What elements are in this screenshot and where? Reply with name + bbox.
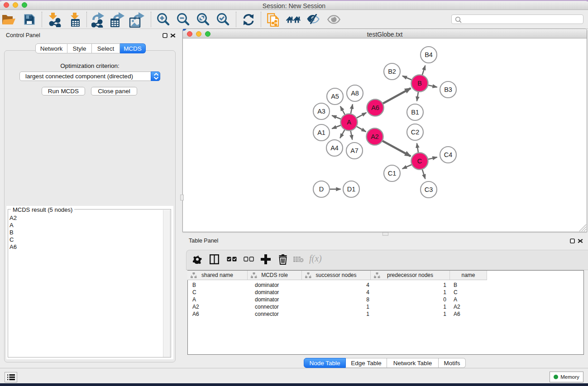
svg-text:A6: A6	[371, 104, 379, 111]
svg-text:B4: B4	[425, 51, 433, 58]
svg-text:C1: C1	[388, 170, 397, 177]
svg-text:A4: A4	[330, 144, 339, 152]
svg-text:A5: A5	[331, 93, 339, 100]
svg-text:C2: C2	[411, 129, 420, 136]
svg-text:B1: B1	[411, 109, 419, 116]
svg-text:B2: B2	[388, 68, 396, 75]
svg-text:C4: C4	[444, 151, 453, 158]
svg-text:A: A	[347, 119, 351, 126]
svg-text:A7: A7	[350, 147, 359, 154]
svg-text:C: C	[417, 157, 422, 165]
svg-text:A8: A8	[351, 90, 359, 97]
svg-text:B3: B3	[444, 86, 452, 93]
svg-text:D1: D1	[347, 186, 356, 193]
svg-text:C3: C3	[425, 186, 433, 193]
svg-text:A2: A2	[371, 133, 379, 140]
svg-text:A3: A3	[317, 108, 325, 115]
svg-text:B: B	[417, 80, 422, 87]
svg-text:D: D	[319, 186, 324, 193]
svg-text:A1: A1	[317, 129, 325, 136]
